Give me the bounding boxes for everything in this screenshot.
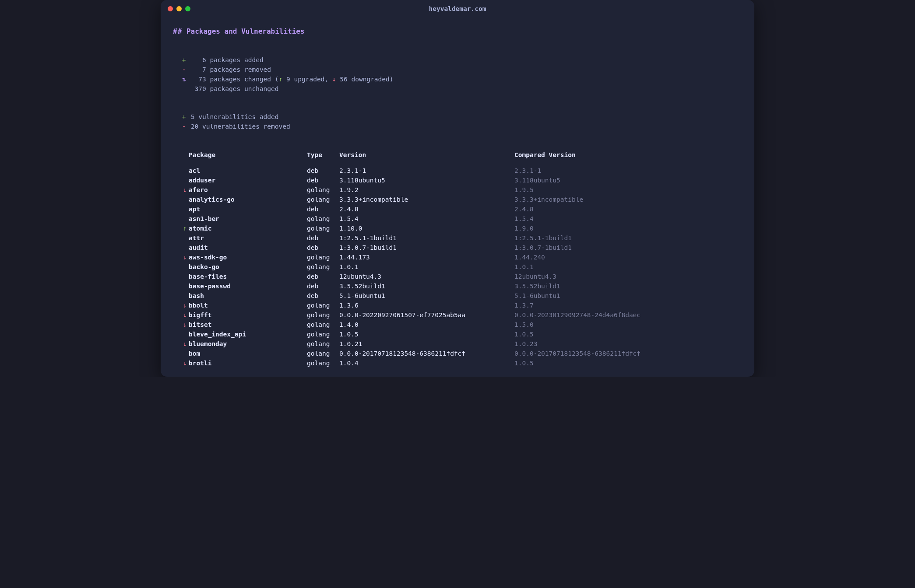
package-name: brotli	[189, 358, 307, 368]
down-arrow-icon: ↓	[181, 358, 189, 368]
minus-icon: -	[181, 122, 187, 131]
table-row: base-passwddeb3.5.52build13.5.52build1	[181, 281, 742, 291]
package-name: audit	[189, 243, 307, 252]
changed-icon: ⇅	[181, 74, 187, 84]
plus-icon: +	[181, 112, 187, 122]
compared-version: 0.0.0-20170718123548-6386211fdfcf	[514, 349, 742, 358]
table-row: attrdeb1:2.5.1-1build11:2.5.1-1build1	[181, 233, 742, 243]
compared-version: 0.0.0-20230129092748-24d4a6f8daec	[514, 310, 742, 320]
table-row: auditdeb1:3.0.7-1build11:3.0.7-1build1	[181, 243, 742, 252]
traffic-lights	[161, 6, 190, 11]
down-arrow-icon: ↓	[181, 252, 189, 262]
table-row: aptdeb2.4.82.4.8	[181, 204, 742, 214]
package-version: 1.44.173	[339, 252, 514, 262]
table-row: ↓bigfftgolang0.0.0-20220927061507-ef7702…	[181, 310, 742, 320]
package-name: base-passwd	[189, 281, 307, 291]
package-name: bom	[189, 349, 307, 358]
compared-version: 1.5.4	[514, 214, 742, 224]
package-type: golang	[307, 262, 339, 272]
package-type: golang	[307, 358, 339, 368]
package-version: 1.0.4	[339, 358, 514, 368]
package-name: aws-sdk-go	[189, 252, 307, 262]
col-type: Type	[307, 150, 339, 160]
down-arrow-icon: ↓	[181, 339, 189, 349]
col-package: Package	[189, 150, 307, 160]
package-type: golang	[307, 252, 339, 262]
package-name: bitset	[189, 320, 307, 329]
compared-version: 1.9.0	[514, 224, 742, 233]
table-row: ↓bboltgolang1.3.61.3.7	[181, 301, 742, 310]
package-name: bleve_index_api	[189, 329, 307, 339]
table-row: ↓brotligolang1.0.41.0.5	[181, 358, 742, 368]
col-compared: Compared Version	[514, 150, 742, 160]
packages-summary: + 6 packages added - 7 packages removed …	[181, 55, 742, 94]
package-name: backo-go	[189, 262, 307, 272]
heading-text: Packages and Vulnerabilities	[187, 27, 305, 35]
package-version: 12ubuntu4.3	[339, 272, 514, 281]
compared-version: 12ubuntu4.3	[514, 272, 742, 281]
package-name: base-files	[189, 272, 307, 281]
table-header: Package Type Version Compared Version	[181, 150, 742, 160]
plus-icon: +	[181, 55, 187, 65]
package-name: bluemonday	[189, 339, 307, 349]
table-row: ↓bitsetgolang1.4.01.5.0	[181, 320, 742, 329]
package-type: golang	[307, 320, 339, 329]
package-version: 0.0.0-20170718123548-6386211fdfcf	[339, 349, 514, 358]
compared-version: 1:2.5.1-1build1	[514, 233, 742, 243]
table-row: bleve_index_apigolang1.0.51.0.5	[181, 329, 742, 339]
table-row: ↓aferogolang1.9.21.9.5	[181, 185, 742, 195]
package-type: deb	[307, 272, 339, 281]
package-name: bbolt	[189, 301, 307, 310]
table-row: analytics-gogolang3.3.3+incompatible3.3.…	[181, 195, 742, 204]
package-name: analytics-go	[189, 195, 307, 204]
compared-version: 2.4.8	[514, 204, 742, 214]
terminal-window: heyvaldemar.com ## Packages and Vulnerab…	[161, 0, 754, 377]
compared-version: 1.0.5	[514, 329, 742, 339]
compared-version: 1.9.5	[514, 185, 742, 195]
minus-icon: -	[181, 65, 187, 74]
compared-version: 3.118ubuntu5	[514, 175, 742, 185]
minimize-icon[interactable]	[176, 6, 182, 11]
compared-version: 3.3.3+incompatible	[514, 195, 742, 204]
down-arrow-icon: ↓	[181, 185, 189, 195]
package-type: golang	[307, 195, 339, 204]
package-name: apt	[189, 204, 307, 214]
package-version: 2.4.8	[339, 204, 514, 214]
package-version: 1.0.5	[339, 329, 514, 339]
package-version: 1.5.4	[339, 214, 514, 224]
package-type: deb	[307, 243, 339, 252]
package-type: golang	[307, 214, 339, 224]
package-version: 3.118ubuntu5	[339, 175, 514, 185]
table-row: acldeb2.3.1-12.3.1-1	[181, 166, 742, 175]
close-icon[interactable]	[168, 6, 173, 11]
zoom-icon[interactable]	[185, 6, 190, 11]
package-version: 1.10.0	[339, 224, 514, 233]
table-row: ↓aws-sdk-gogolang1.44.1731.44.240	[181, 252, 742, 262]
compared-version: 1.0.1	[514, 262, 742, 272]
down-arrow-icon: ↓	[181, 301, 189, 310]
compared-version: 2.3.1-1	[514, 166, 742, 175]
package-version: 1:3.0.7-1build1	[339, 243, 514, 252]
package-version: 3.5.52build1	[339, 281, 514, 291]
summary-removed: - 7 packages removed	[181, 65, 742, 74]
package-version: 3.3.3+incompatible	[339, 195, 514, 204]
window-title: heyvaldemar.com	[161, 4, 754, 14]
section-heading: ## Packages and Vulnerabilities	[173, 26, 742, 37]
package-type: golang	[307, 349, 339, 358]
up-arrow-icon: ↑	[181, 224, 189, 233]
packages-table: Package Type Version Compared Version ac…	[181, 150, 742, 368]
table-row: ↓bluemondaygolang1.0.211.0.23	[181, 339, 742, 349]
table-row: bashdeb5.1-6ubuntu15.1-6ubuntu1	[181, 291, 742, 301]
package-name: bigfft	[189, 310, 307, 320]
package-name: asn1-ber	[189, 214, 307, 224]
package-name: afero	[189, 185, 307, 195]
table-row: ↑atomicgolang1.10.01.9.0	[181, 224, 742, 233]
package-type: deb	[307, 291, 339, 301]
package-type: deb	[307, 175, 339, 185]
package-version: 1.0.1	[339, 262, 514, 272]
up-arrow-icon: ↑	[279, 76, 283, 83]
package-name: attr	[189, 233, 307, 243]
compared-version: 1.44.240	[514, 252, 742, 262]
package-version: 1.3.6	[339, 301, 514, 310]
compared-version: 1.3.7	[514, 301, 742, 310]
